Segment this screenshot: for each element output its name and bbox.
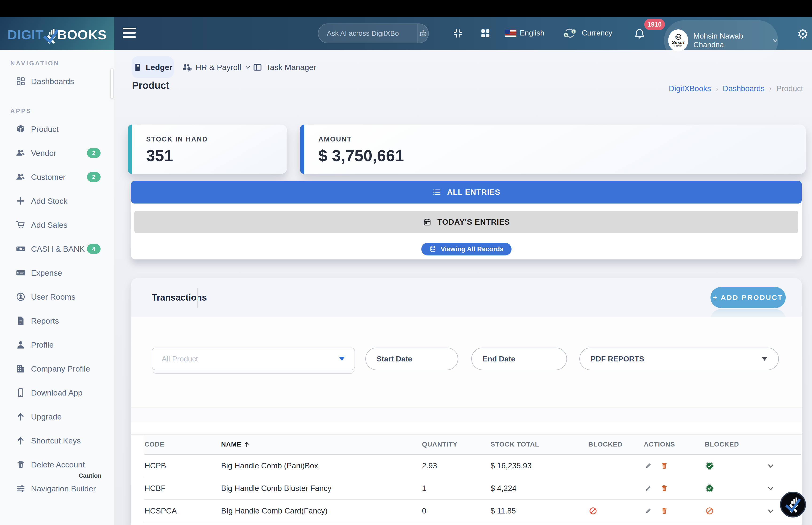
delete-trash-icon[interactable] [660, 484, 669, 493]
search-input[interactable] [318, 24, 417, 43]
sidebar-item-company-profile[interactable]: Company Profile [0, 357, 114, 381]
sidebar-item-dashboards[interactable]: Dashboards [0, 69, 114, 93]
start-date-input[interactable] [365, 348, 458, 370]
floating-brand-button[interactable] [780, 492, 806, 518]
list-icon [432, 188, 441, 196]
end-date-input[interactable] [471, 348, 567, 370]
settings-gear-icon[interactable]: ⚙ [797, 26, 809, 42]
avatar-monogram: NA [675, 34, 681, 40]
apps-grid-icon[interactable] [480, 28, 491, 39]
sidebar-item-vendor[interactable]: Vendor 2 [0, 141, 114, 165]
viewing-all-records-pill[interactable]: Viewing All Records [421, 243, 511, 255]
delete-trash-icon[interactable] [660, 507, 669, 515]
breadcrumb-link-dashboards[interactable]: Dashboards [723, 84, 765, 93]
cell-code: HCPB [144, 461, 221, 470]
todays-entries-label: TODAY'S ENTRIES [438, 217, 510, 227]
stat-value: $ 3,750,661 [318, 146, 806, 165]
breadcrumb: DigitXBooks › Dashboards › Product [669, 84, 803, 93]
cart-icon [16, 220, 26, 230]
app-screen: DIGIT BOOKS [0, 0, 812, 525]
customer-people-icon [16, 172, 26, 182]
sidebar-item-user-rooms[interactable]: User Rooms [0, 285, 114, 309]
col-header-blocked[interactable]: BLOCKED [588, 441, 644, 448]
col-header-name[interactable]: NAME [221, 441, 422, 448]
sidebar-item-label: CASH & BANK [31, 244, 85, 254]
plus-icon [16, 196, 26, 206]
app-logo: DIGIT BOOKS [7, 25, 107, 41]
sidebar-item-label: Company Profile [31, 364, 90, 373]
currency-label[interactable]: Currency [582, 29, 612, 38]
product-box-icon [16, 124, 26, 134]
ai-shield-icon[interactable] [428, 24, 429, 43]
edit-pencil-icon[interactable] [644, 507, 653, 515]
col-header-code[interactable]: CODE [144, 441, 221, 448]
logo-x-check-icon [785, 497, 801, 512]
stat-value: 351 [146, 146, 287, 165]
col-header-blocked-2[interactable]: BLOCKED [705, 441, 766, 448]
table-row: HCPB Big Handle Comb (Pani)Box 2.93 $ 16… [144, 455, 801, 477]
expand-chevron-icon[interactable] [766, 484, 775, 493]
vendor-people-icon [16, 148, 26, 158]
expand-chevron-icon[interactable] [766, 506, 775, 515]
sidebar-item-upgrade[interactable]: Upgrade [0, 405, 114, 429]
sidebar-item-label: Add Stock [31, 196, 67, 206]
ai-search-bar[interactable] [318, 24, 429, 43]
building-icon [16, 363, 26, 374]
vendor-count-badge: 2 [87, 148, 101, 158]
sidebar-item-label: Vendor [31, 149, 56, 158]
sidebar: NAVIGATION Dashboards APPS Product [0, 50, 114, 525]
delete-trash-icon[interactable] [660, 461, 669, 470]
sidebar-item-cash-bank[interactable]: CASH & BANK 4 [0, 237, 114, 261]
notifications-bell-icon[interactable] [633, 28, 646, 40]
currency-exchange-icon[interactable]: $ € [563, 26, 577, 40]
us-flag-icon[interactable] [505, 30, 517, 37]
logo-area[interactable]: DIGIT BOOKS [0, 17, 114, 50]
expand-chevron-icon[interactable] [766, 461, 775, 470]
status-active-check-icon[interactable] [705, 484, 714, 493]
product-filter-select[interactable]: All Product [152, 348, 355, 370]
menu-toggle-button[interactable] [123, 28, 136, 39]
sidebar-item-expense[interactable]: $ Expense [0, 261, 114, 285]
col-header-stock-total[interactable]: STOCK TOTAL [491, 441, 588, 448]
edit-pencil-icon[interactable] [644, 461, 653, 470]
sidebar-item-shortcut-keys[interactable]: Shortcut Keys [0, 429, 114, 453]
sidebar-item-delete-account[interactable]: Delete Account Caution [0, 453, 114, 477]
ai-robot-icon[interactable] [417, 24, 428, 43]
transactions-header: Transactions + ADD PRODUCT [131, 278, 802, 317]
col-header-actions[interactable]: ACTIONS [644, 441, 705, 448]
edit-pencil-icon[interactable] [644, 484, 653, 493]
pdf-reports-select[interactable]: PDF REPORTS [579, 348, 779, 370]
filters-row: All Product PDF REPORTS [131, 317, 802, 407]
tab-task-manager[interactable]: Task Manager [253, 56, 316, 78]
sidebar-item-add-stock[interactable]: Add Stock [0, 189, 114, 213]
divider [197, 288, 198, 308]
col-header-quantity[interactable]: QUANTITY [422, 441, 491, 448]
status-blocked-icon[interactable] [705, 506, 714, 515]
all-entries-button[interactable]: ALL ENTRIES [131, 181, 802, 204]
breadcrumb-link-home[interactable]: DigitXBooks [669, 84, 711, 93]
cell-code: HCBF [144, 484, 221, 493]
cell-stock-total: $ 4,224 [491, 484, 588, 493]
tab-hr-payroll[interactable]: HR & Payroll [182, 56, 251, 78]
sidebar-item-navigation-builder[interactable]: Navigation Builder [0, 477, 114, 500]
sidebar-item-profile[interactable]: Profile [0, 333, 114, 357]
cell-name: BIg Handle Comb Card(Fancy) [221, 507, 422, 515]
blocked-icon[interactable] [588, 506, 598, 515]
sidebar-item-label: Reports [31, 316, 59, 326]
divider-band [131, 422, 802, 435]
status-active-check-icon[interactable] [705, 461, 714, 470]
divider-band [131, 407, 802, 422]
tab-ledger[interactable]: Ledger [132, 56, 174, 78]
cell-quantity: 1 [422, 484, 491, 493]
collapse-view-icon[interactable] [452, 28, 463, 39]
language-label[interactable]: English [520, 29, 545, 38]
add-product-button[interactable]: + ADD PRODUCT [710, 287, 786, 308]
sidebar-item-add-sales[interactable]: Add Sales [0, 213, 114, 237]
sidebar-item-reports[interactable]: Reports [0, 309, 114, 333]
sidebar-item-download-app[interactable]: Download App [0, 381, 114, 405]
sidebar-item-customer[interactable]: Customer 2 [0, 165, 114, 189]
sidebar-item-product[interactable]: Product [0, 117, 114, 141]
user-menu[interactable]: NA Smart Fashion Mohsin Nawab Chandna [664, 20, 778, 61]
stat-label: STOCK IN HAND [146, 135, 287, 143]
todays-entries-button[interactable]: TODAY'S ENTRIES [134, 211, 798, 233]
